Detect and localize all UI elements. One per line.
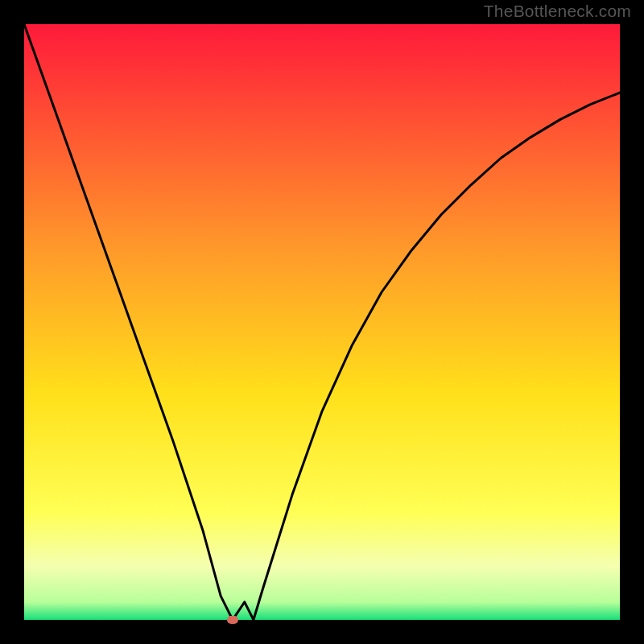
watermark-text: TheBottleneck.com bbox=[484, 2, 631, 21]
plot-area bbox=[24, 24, 620, 620]
chart-frame: TheBottleneck.com bbox=[0, 0, 644, 644]
gradient-background bbox=[24, 24, 620, 620]
svg-rect-0 bbox=[24, 24, 620, 620]
optimal-point-marker bbox=[227, 616, 238, 624]
bottleneck-curve bbox=[24, 24, 620, 620]
